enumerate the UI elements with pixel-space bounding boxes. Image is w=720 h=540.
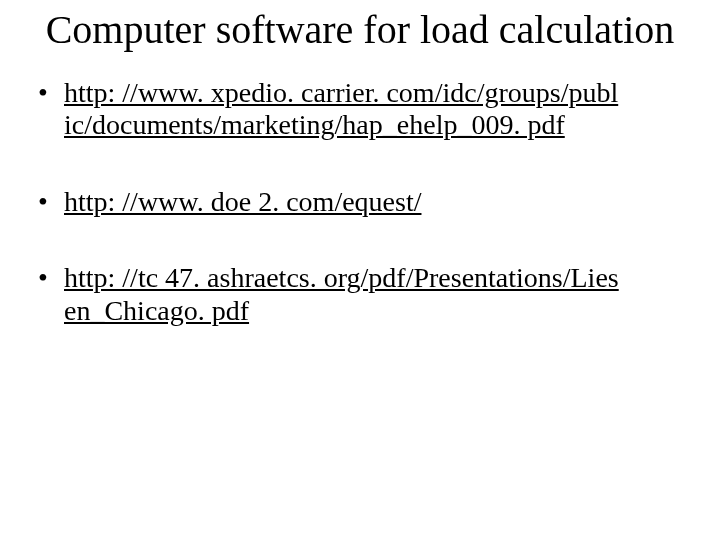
list-item: http: //www. xpedio. carrier. com/idc/gr…: [34, 77, 686, 142]
link-text[interactable]: http: //www. doe 2. com/equest/: [64, 186, 421, 217]
slide: Computer software for load calculation h…: [0, 0, 720, 540]
slide-title: Computer software for load calculation: [34, 8, 686, 53]
list-item: http: //www. doe 2. com/equest/: [34, 186, 686, 218]
link-list: http: //www. xpedio. carrier. com/idc/gr…: [34, 77, 686, 327]
list-item: http: //tc 47. ashraetcs. org/pdf/Presen…: [34, 262, 686, 327]
link-text[interactable]: http: //www. xpedio. carrier. com/idc/gr…: [64, 77, 618, 140]
link-text[interactable]: http: //tc 47. ashraetcs. org/pdf/Presen…: [64, 262, 619, 325]
